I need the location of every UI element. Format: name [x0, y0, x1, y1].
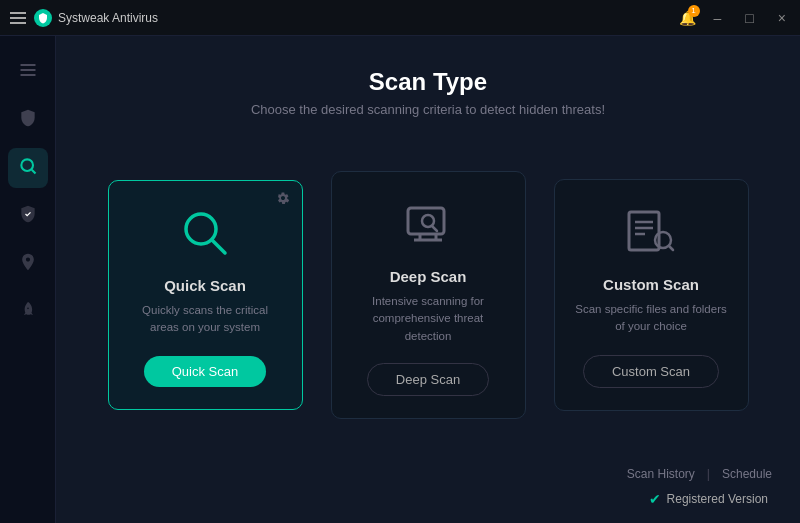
app-title-text: Systweak Antivirus [58, 11, 158, 25]
custom-scan-desc: Scan specific files and folders of your … [573, 301, 730, 337]
quick-scan-desc: Quickly scans the critical areas on your… [127, 302, 284, 338]
search-icon [18, 156, 38, 181]
footer-area: Scan History | Schedule ✔ Registered Ver… [56, 463, 800, 523]
deep-scan-desc: Intensive scanning for comprehensive thr… [350, 293, 507, 345]
svg-line-12 [432, 226, 437, 231]
card-settings-button[interactable] [276, 191, 290, 208]
sidebar-item-vpn[interactable] [8, 244, 48, 284]
maximize-button[interactable]: □ [739, 8, 759, 28]
main-layout: Scan Type Choose the desired scanning cr… [0, 36, 800, 523]
svg-rect-0 [20, 64, 35, 66]
title-bar-right: 🔔 1 – □ × [679, 8, 792, 28]
custom-scan-icon [621, 202, 681, 262]
app-logo: Systweak Antivirus [34, 9, 158, 27]
footer-divider: | [707, 467, 710, 481]
title-bar: Systweak Antivirus 🔔 1 – □ × [0, 0, 800, 36]
svg-point-3 [21, 159, 33, 171]
quick-scan-card: Quick Scan Quickly scans the critical ar… [108, 180, 303, 410]
page-header: Scan Type Choose the desired scanning cr… [56, 36, 800, 137]
registered-icon: ✔ [649, 491, 661, 507]
quick-scan-icon [175, 203, 235, 263]
quick-scan-button[interactable]: Quick Scan [144, 356, 266, 387]
title-bar-left: Systweak Antivirus [10, 9, 158, 27]
hamburger-menu[interactable] [10, 12, 26, 24]
page-subtitle: Choose the desired scanning criteria to … [76, 102, 780, 117]
custom-scan-button[interactable]: Custom Scan [583, 355, 719, 388]
menu-icon [18, 60, 38, 85]
sidebar-item-scan[interactable] [8, 148, 48, 188]
checkmark-icon [18, 204, 38, 229]
sidebar-item-shield[interactable] [8, 100, 48, 140]
deep-scan-button[interactable]: Deep Scan [367, 363, 489, 396]
sidebar-item-menu[interactable] [8, 52, 48, 92]
vpn-icon [18, 252, 38, 277]
logo-icon [34, 9, 52, 27]
sidebar [0, 36, 56, 523]
svg-line-6 [212, 240, 225, 253]
main-content: Scan Type Choose the desired scanning cr… [56, 36, 800, 523]
minimize-button[interactable]: – [708, 8, 728, 28]
deep-scan-title: Deep Scan [390, 268, 467, 285]
shield-icon [18, 108, 38, 133]
notification-badge-count: 1 [688, 5, 700, 17]
scan-history-link[interactable]: Scan History [619, 463, 703, 485]
svg-rect-7 [408, 208, 444, 234]
svg-rect-13 [629, 212, 659, 250]
deep-scan-card: Deep Scan Intensive scanning for compreh… [331, 171, 526, 419]
sidebar-item-boost[interactable] [8, 292, 48, 332]
custom-scan-card: Custom Scan Scan specific files and fold… [554, 179, 749, 411]
rocket-icon [18, 300, 38, 325]
scan-cards-container: Quick Scan Quickly scans the critical ar… [56, 137, 800, 463]
svg-line-18 [669, 246, 673, 250]
registered-text: Registered Version [667, 492, 768, 506]
svg-line-4 [31, 169, 35, 173]
svg-rect-2 [20, 74, 35, 76]
page-title: Scan Type [76, 68, 780, 96]
footer-links: Scan History | Schedule [619, 463, 780, 485]
deep-scan-icon [398, 194, 458, 254]
custom-scan-title: Custom Scan [603, 276, 699, 293]
quick-scan-title: Quick Scan [164, 277, 246, 294]
close-button[interactable]: × [772, 8, 792, 28]
schedule-link[interactable]: Schedule [714, 463, 780, 485]
notification-button[interactable]: 🔔 1 [679, 9, 696, 27]
sidebar-item-protection[interactable] [8, 196, 48, 236]
registered-info: ✔ Registered Version [621, 485, 780, 513]
svg-rect-1 [20, 69, 35, 71]
